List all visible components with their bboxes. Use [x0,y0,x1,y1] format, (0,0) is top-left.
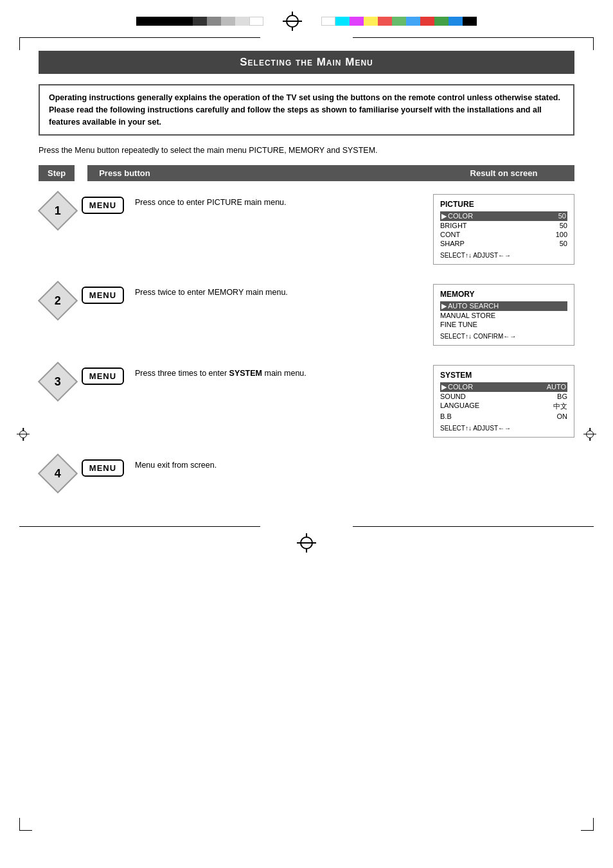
step-num-3: 3 [55,375,61,389]
result-row-3-1: SOUND BG [440,392,567,401]
menu-btn-area-4: MENU [77,457,129,477]
result-box-2: MEMORY ▶AUTO SEARCH MANUAL STORE FINE TU… [433,284,574,346]
step-num-4: 4 [55,467,61,481]
result-row-2-0: ▶AUTO SEARCH [440,301,567,311]
side-crosshair-right [583,428,596,441]
side-crosshair-left [17,428,30,441]
step-desc-3: Press three times to enter SYSTEM main m… [129,365,433,380]
result-footer-1: SELECT↑↓ ADJUST←→ [440,252,567,259]
corner-bl [19,818,32,831]
result-row-1-1: BRIGHT 50 [440,221,567,230]
step-num-area-3: 3 [39,365,77,396]
top-crosshair [283,12,302,31]
step-num-area-4: 4 [39,457,77,488]
top-color-bar [0,0,613,37]
menu-button-1[interactable]: MENU [82,197,124,214]
step-num-2: 2 [55,294,61,308]
result-row-3-3: B.B ON [440,412,567,421]
bar-right [321,17,477,26]
step-desc-4: Menu exit from screen. [129,457,433,472]
top-lines [0,37,613,38]
header-row: Step Press button Result on screen [39,165,574,181]
info-box: Operating instructions generally explain… [39,84,574,136]
step-num-area-1: 1 [39,194,77,225]
result-title-2: MEMORY [440,290,567,299]
menu-button-3[interactable]: MENU [82,368,124,385]
result-box-3: SYSTEM ▶COLOR AUTO SOUND BG LANGUAGE 中文 … [433,365,574,438]
step-desc-2: Press twice to enter MEMORY main menu. [129,284,433,299]
main-content: Selecting the Main Menu Operating instru… [0,51,613,488]
step-header: Step [39,165,75,181]
step-row-4: 4 MENU Menu exit from screen. [39,457,574,488]
bottom-area [0,526,613,553]
result-row-2-1: MANUAL STORE [440,311,567,320]
result-footer-3: SELECT↑↓ ADJUST←→ [440,425,567,432]
result-row-3-0: ▶COLOR AUTO [440,382,567,392]
corner-tl [19,37,32,50]
result-box-1: PICTURE ▶COLOR 50 BRIGHT 50 CONT 100 SHA… [433,194,574,265]
step-row-1: 1 MENU Press once to enter PICTURE main … [39,194,574,265]
page-title: Selecting the Main Menu [39,51,574,74]
result-row-3-2: LANGUAGE 中文 [440,401,567,412]
bottom-line-left [19,526,260,527]
result-row-1-0: ▶COLOR 50 [440,211,567,221]
result-footer-2: SELECT↑↓ CONFIRM←→ [440,333,567,340]
bottom-crosshair [297,533,316,553]
info-text: Operating instructions generally explain… [49,93,560,127]
result-title-3: SYSTEM [440,371,567,380]
step-row-3: 3 MENU Press three times to enter SYSTEM… [39,365,574,438]
menu-button-2[interactable]: MENU [82,287,124,304]
bar-left [136,17,263,26]
step-diamond-2: 2 [38,281,78,321]
result-title-1: PICTURE [440,200,567,209]
result-header: Result on screen [433,165,574,181]
step-diamond-3: 3 [38,362,78,402]
step-num-area-2: 2 [39,284,77,315]
intro-text: Press the Menu button repeatedly to sele… [39,146,574,155]
bottom-line-right [353,526,594,527]
step-diamond-1: 1 [38,191,78,231]
result-row-2-2: FINE TUNE [440,320,567,329]
menu-button-4[interactable]: MENU [82,459,124,477]
result-row-1-2: CONT 100 [440,230,567,239]
menu-btn-area-1: MENU [77,194,129,214]
press-header: Press button [87,165,433,181]
menu-btn-area-2: MENU [77,284,129,304]
bottom-lines [19,526,594,527]
step-desc-1: Press once to enter PICTURE main menu. [129,194,433,209]
result-row-1-3: SHARP 50 [440,239,567,248]
menu-btn-area-3: MENU [77,365,129,385]
bottom-crosshair-row [19,533,594,553]
step-num-1: 1 [55,204,61,218]
corner-br [581,818,594,831]
step-diamond-4: 4 [38,454,78,493]
corner-tr [581,37,594,50]
step-row-2: 2 MENU Press twice to enter MEMORY main … [39,284,574,346]
